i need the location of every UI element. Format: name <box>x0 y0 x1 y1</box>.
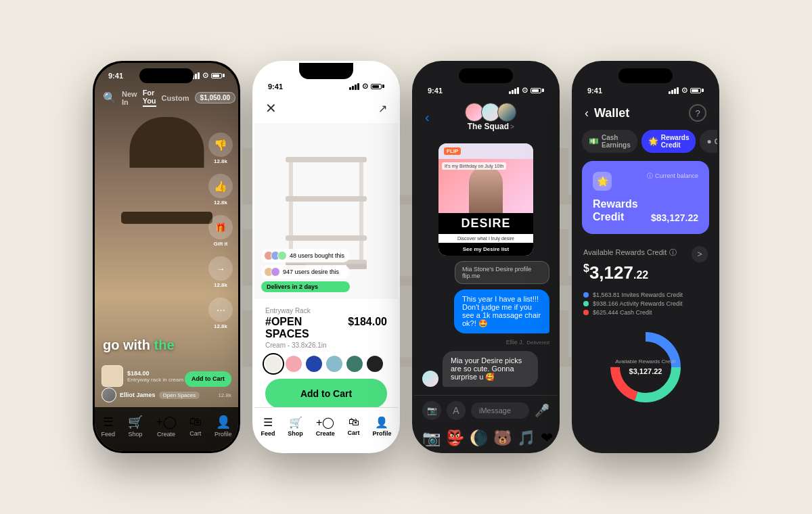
status-icons-1: ⊙ <box>189 71 225 80</box>
credit-item-cash: $625.444 Cash Credit <box>583 309 708 316</box>
p4-tabs: 💵 Cash Earnings 🌟 Rewards Credit ● On <box>574 127 717 156</box>
sent-message: This year I have a list!!! Don't judge m… <box>454 289 549 333</box>
close-button[interactable]: ✕ <box>265 100 277 116</box>
tab-rewards-credit[interactable]: 🌟 Rewards Credit <box>641 130 696 153</box>
donut-center: Available Rewards Credit $3,127.22 <box>615 358 676 377</box>
delivery-badge: Delivers in 2 days <box>261 281 350 292</box>
credit-item-invites: $1,563.81 Invites Rewards Credit <box>583 291 708 298</box>
nav-shop-2[interactable]: 🛒 Shop <box>288 416 303 437</box>
apps-icon[interactable]: A <box>447 401 466 420</box>
received-message-container: Mia your Desire picks are so cute. Gonna… <box>422 351 549 387</box>
emoji-bar: 📷 👺 🌘 🐻 🎵 ❤ › <box>414 425 558 451</box>
available-section: Available Rewards Credit ⓘ > $3,127.22 <box>574 239 717 287</box>
share-button[interactable]: → 12.8k <box>208 256 233 288</box>
back-button-4[interactable]: ‹ <box>585 106 589 120</box>
nav-create-1[interactable]: +◯ Create <box>156 415 177 438</box>
tab-cash-earnings[interactable]: 💵 Cash Earnings <box>582 130 637 153</box>
emoji-bear[interactable]: 🐻 <box>493 429 512 447</box>
product-image-area: 48 users bought this 947 users desire th… <box>254 123 398 299</box>
user-info: Elliot James Open Spaces 12.8k <box>102 388 231 402</box>
emoji-music[interactable]: 🎵 <box>517 429 535 447</box>
credit-breakdown: $1,563.81 Invites Rewards Credit $938.16… <box>574 287 717 320</box>
dynamic-island-3 <box>459 68 513 83</box>
nav-feed-1[interactable]: ☰ Feed <box>102 415 116 438</box>
nav-create-2[interactable]: +◯ Create <box>316 416 335 437</box>
balance-label: ⓘ Current balance <box>647 172 698 181</box>
nav-new-in[interactable]: New In <box>122 90 137 106</box>
share-icon[interactable]: ↗ <box>378 102 387 115</box>
back-button-3[interactable]: ‹ <box>425 110 430 125</box>
notch-2 <box>299 63 353 79</box>
available-amount: $3,127.22 <box>583 262 708 283</box>
swatch-cream[interactable] <box>265 356 281 372</box>
right-actions: 👎 12.8k 👍 12.8k 🎁 Gift it → 12.8k <box>208 133 233 329</box>
svg-rect-1 <box>359 157 363 265</box>
phone-4: 9:41 ⊙ <box>572 61 719 453</box>
nav-for-you[interactable]: For You <box>143 89 156 107</box>
swatch-pink[interactable] <box>286 356 302 372</box>
nav-feed-2[interactable]: ☰ Feed <box>261 416 275 437</box>
help-button[interactable]: ? <box>689 104 706 122</box>
rewards-card: 🌟 Rewards Credit ⓘ Current balance $83,1… <box>582 161 709 234</box>
nav-shop-1[interactable]: 🛒 Shop <box>128 415 143 438</box>
group-avatars: The Squad > <box>435 103 547 131</box>
brand-badge: Open Spaces <box>159 392 200 399</box>
video-caption: go with the <box>103 337 198 353</box>
dynamic-island-1 <box>139 68 194 83</box>
more-button[interactable]: ⋯ 12.8k <box>208 298 233 329</box>
phones-container: 9:41 ⊙ <box>79 47 733 467</box>
camera-icon[interactable]: 📷 <box>422 401 441 420</box>
p2-header: ✕ ↗ <box>254 93 398 123</box>
phone-1: 9:41 ⊙ <box>93 61 240 453</box>
emoji-heart[interactable]: ❤ <box>541 429 553 447</box>
add-to-cart-1[interactable]: Add to Cart <box>185 371 231 387</box>
messages-area: FLIP It's my Birthday on July 10th DESIR… <box>414 138 558 395</box>
rewards-logo: 🌟 <box>593 172 612 191</box>
status-time-1: 9:41 <box>108 72 123 80</box>
received-message: Mia your Desire picks are so cute. Gonna… <box>443 351 538 387</box>
gift-button[interactable]: 🎁 Gift it <box>208 215 233 247</box>
nav-custom[interactable]: Custom <box>162 94 189 102</box>
chevron-right-icon[interactable]: > <box>692 246 708 262</box>
p2-product-info: Entryway Rack #OPEN SPACES $184.00 Cream… <box>254 299 398 422</box>
phone-2: 9:41 ⊙ <box>252 61 400 453</box>
phone-3: 9:41 ⊙ <box>412 61 560 453</box>
dislike-button[interactable]: 👎 12.8k <box>208 133 233 164</box>
see-list-button[interactable]: See my Desire list <box>438 243 533 256</box>
emoji-appstore[interactable]: 👺 <box>446 429 464 447</box>
p3-header: ‹ The Squad > <box>414 97 558 138</box>
color-swatches <box>265 356 387 372</box>
swatch-blue[interactable] <box>326 356 342 372</box>
emoji-sticker[interactable]: 🌘 <box>470 429 488 447</box>
mia-profile-msg: Mia Stone's Desire profile flip.me <box>455 261 549 284</box>
desire-card: FLIP It's my Birthday on July 10th DESIR… <box>438 143 533 256</box>
nav-cart-1[interactable]: 🛍 Cart <box>189 415 202 437</box>
swatch-black[interactable] <box>367 356 383 372</box>
donut-chart: Available Rewards Credit $3,127.22 <box>574 320 717 415</box>
nav-profile-2[interactable]: 👤 Profile <box>372 416 391 437</box>
message-input[interactable]: iMessage <box>471 402 529 419</box>
swatch-navy[interactable] <box>306 356 322 372</box>
swatch-teal[interactable] <box>346 356 363 372</box>
tab-on[interactable]: ● On <box>700 130 717 153</box>
dynamic-island-4 <box>618 68 673 83</box>
bottom-nav-2: ☰ Feed 🛒 Shop +◯ Create 🛍 Cart <box>254 407 398 451</box>
price-badge: $1,050.00 <box>195 92 236 103</box>
social-proof: 48 users bought this 947 users desire th… <box>261 249 350 292</box>
nav-profile-1[interactable]: 👤 Profile <box>215 415 232 438</box>
bottom-product-info: $184.00 Entryway rack in cream Add to Ca… <box>102 365 231 387</box>
p3-input-bar: 📷 A iMessage 🎤 <box>414 395 558 425</box>
emoji-photos[interactable]: 📷 <box>422 429 441 447</box>
svg-rect-2 <box>286 157 367 162</box>
svg-rect-3 <box>286 196 367 202</box>
nav-cart-2[interactable]: 🛍 Cart <box>348 416 360 436</box>
rewards-balance: $83,127.22 <box>651 212 698 223</box>
add-to-cart-2[interactable]: Add to Cart <box>265 379 387 408</box>
like-button[interactable]: 👍 12.8k <box>208 174 233 206</box>
audio-button[interactable]: 🎤 <box>535 403 549 418</box>
search-icon-1[interactable]: 🔍 <box>103 91 116 104</box>
info-icon: ⓘ <box>669 248 677 258</box>
bottom-nav-1: ☰ Feed 🛒 Shop +◯ Create 🛍 Cart <box>95 407 238 451</box>
p4-header: ‹ Wallet ? <box>574 97 717 127</box>
credit-item-activity: $938.166 Activity Rewards Credit <box>583 300 708 307</box>
